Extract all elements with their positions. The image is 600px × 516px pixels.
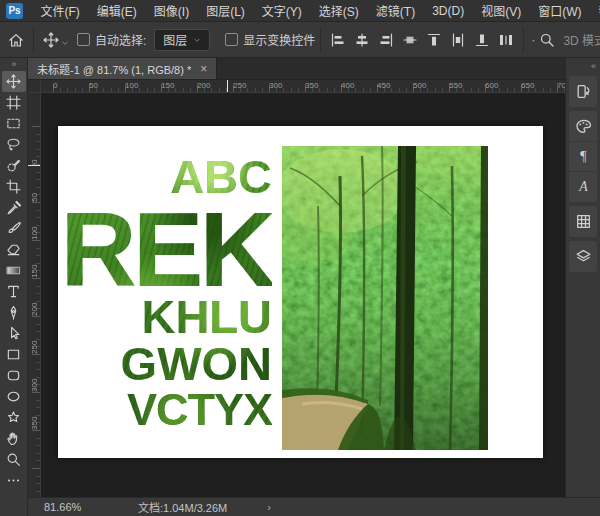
text-line: GWON xyxy=(121,340,272,387)
menu-item[interactable]: 3D(D) xyxy=(424,4,473,18)
document-tab-title: 未标题-1 @ 81.7% (1, RGB/8) * xyxy=(37,61,191,77)
dist-bottom-icon[interactable] xyxy=(470,28,494,52)
auto-select-checkbox[interactable] xyxy=(77,33,90,46)
status-bar: 81.66% 文档:1.04M/3.26M › xyxy=(28,497,600,516)
text-line: VCTYX xyxy=(127,387,272,432)
crop-icon[interactable] xyxy=(2,176,26,197)
rectangle-icon[interactable] xyxy=(2,344,26,365)
tools-panel: » xyxy=(0,58,28,516)
menu-item[interactable]: 编辑(E) xyxy=(88,2,145,19)
separator xyxy=(320,27,321,53)
text-line: REK xyxy=(60,196,272,302)
layers-icon[interactable] xyxy=(569,242,597,271)
menu-item[interactable]: 图像(I) xyxy=(145,2,197,19)
tab-close-icon[interactable]: × xyxy=(200,62,207,76)
ruler-cursor-marker xyxy=(227,80,228,92)
align-middle-icon[interactable] xyxy=(398,28,422,52)
home-icon[interactable] xyxy=(4,28,28,52)
auto-select-label: 自动选择: xyxy=(95,31,146,48)
panel-group xyxy=(569,206,597,237)
eraser-icon[interactable] xyxy=(2,239,26,260)
eyedropper-icon[interactable] xyxy=(2,197,26,218)
menu-item[interactable]: 视图(V) xyxy=(473,2,530,19)
history-icon[interactable] xyxy=(569,77,597,106)
auto-select-target-value: 图层 xyxy=(163,31,187,48)
panel-group xyxy=(569,76,597,107)
zoom-level[interactable]: 81.66% xyxy=(44,501,102,513)
hand-icon[interactable] xyxy=(2,428,26,449)
pen-icon[interactable] xyxy=(2,302,26,323)
move-icon[interactable] xyxy=(2,71,26,92)
panel-dock: « ¶A xyxy=(565,58,600,497)
canvas-page[interactable]: ABC REK KHLU GWON VCTYX xyxy=(58,126,543,458)
options-bar: 自动选择: 图层 显示变换控件 · 3D 模式 xyxy=(0,22,600,58)
more-icon[interactable] xyxy=(2,470,26,491)
toolbar-expand-chevron[interactable]: » xyxy=(0,58,27,71)
menu-item[interactable]: 帮助(H) xyxy=(590,2,600,19)
artboard-icon[interactable] xyxy=(2,92,26,113)
separator xyxy=(33,27,34,53)
svg-text:A: A xyxy=(578,179,588,194)
menu-item[interactable]: 选择(S) xyxy=(310,2,367,19)
tool-list xyxy=(2,71,26,491)
dist-gap-icon[interactable] xyxy=(494,28,518,52)
ellipse-icon[interactable] xyxy=(2,386,26,407)
dist-center-h-icon[interactable] xyxy=(446,28,470,52)
marquee-icon[interactable] xyxy=(2,113,26,134)
custom-shape-icon[interactable] xyxy=(2,407,26,428)
text-line: KHLU xyxy=(141,293,272,340)
align-buttons xyxy=(326,28,518,52)
document-tab[interactable]: 未标题-1 @ 81.7% (1, RGB/8) * × xyxy=(28,58,217,79)
separator xyxy=(523,27,524,53)
menu-item[interactable]: 图层(L) xyxy=(198,2,254,19)
search-icon[interactable] xyxy=(535,28,559,52)
paragraph-icon[interactable]: ¶ xyxy=(569,141,597,171)
document-size-info: 文档:1.04M/3.26M xyxy=(138,499,227,515)
chevron-down-icon[interactable] xyxy=(60,34,70,46)
character-icon[interactable]: A xyxy=(569,171,597,201)
svg-text:¶: ¶ xyxy=(580,149,587,164)
zoom-icon[interactable] xyxy=(2,449,26,470)
dock-collapse-chevron[interactable]: « xyxy=(566,58,600,72)
menu-item[interactable]: 窗口(W) xyxy=(530,2,590,19)
lasso-icon[interactable] xyxy=(2,134,26,155)
quick-select-icon[interactable] xyxy=(2,155,26,176)
forest-photo xyxy=(282,146,488,450)
show-transform-checkbox[interactable] xyxy=(225,33,238,46)
align-center-h-icon[interactable] xyxy=(350,28,374,52)
chevron-down-icon xyxy=(192,34,204,46)
photoshop-logo: Ps xyxy=(6,3,23,19)
path-select-icon[interactable] xyxy=(2,323,26,344)
rounded-rect-icon[interactable] xyxy=(2,365,26,386)
h-ruler-numbers: 0501001502002503003504004505005506006507… xyxy=(53,80,565,92)
gradient-icon[interactable] xyxy=(2,260,26,281)
show-transform-label: 显示变换控件 xyxy=(243,31,315,48)
grid-icon[interactable] xyxy=(569,207,597,236)
dist-top-icon[interactable] xyxy=(422,28,446,52)
menubar: 文件(F)编辑(E)图像(I)图层(L)文字(Y)选择(S)滤镜(T)3D(D)… xyxy=(32,0,600,21)
menu-item[interactable]: 文件(F) xyxy=(32,2,88,19)
vertical-ruler: 050100150200250300350 xyxy=(28,93,41,497)
3d-mode-label[interactable]: 3D 模式 xyxy=(563,31,600,48)
forest-text-layer: ABC REK KHLU GWON VCTYX xyxy=(58,126,282,458)
ruler-cursor-marker xyxy=(28,165,40,166)
ruler-corner xyxy=(28,80,41,93)
document-tab-bar: 未标题-1 @ 81.7% (1, RGB/8) * × xyxy=(28,58,565,80)
type-icon[interactable] xyxy=(2,281,26,302)
color-icon[interactable] xyxy=(569,112,597,141)
auto-select-target-dropdown[interactable]: 图层 xyxy=(154,29,210,51)
canvas-viewport[interactable]: ABC REK KHLU GWON VCTYX xyxy=(41,93,565,497)
titlebar: Ps 文件(F)编辑(E)图像(I)图层(L)文字(Y)选择(S)滤镜(T)3D… xyxy=(0,0,600,22)
panel-group xyxy=(569,241,597,272)
align-right-icon[interactable] xyxy=(374,28,398,52)
v-ruler-numbers: 050100150200250300350 xyxy=(28,126,40,430)
menu-item[interactable]: 文字(Y) xyxy=(253,2,310,19)
panel-group: ¶A xyxy=(569,111,597,202)
menu-item[interactable]: 滤镜(T) xyxy=(367,2,423,19)
status-chevron-icon[interactable]: › xyxy=(267,501,271,513)
horizontal-ruler: 0501001502002503003504004505005506006507… xyxy=(41,80,565,93)
align-left-icon[interactable] xyxy=(326,28,350,52)
brush-icon[interactable] xyxy=(2,218,26,239)
